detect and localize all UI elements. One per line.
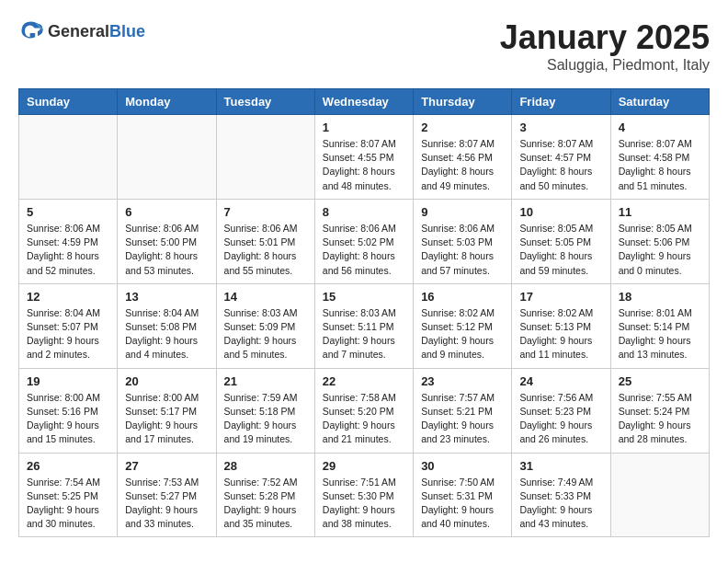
- page-header: GeneralBlue January 2025 Saluggia, Piedm…: [18, 18, 710, 74]
- calendar-cell: 4Sunrise: 8:07 AM Sunset: 4:58 PM Daylig…: [610, 115, 709, 200]
- day-number: 30: [421, 459, 504, 473]
- day-number: 25: [619, 374, 701, 388]
- day-number: 8: [323, 205, 405, 219]
- calendar-cell: 16Sunrise: 8:02 AM Sunset: 5:12 PM Dayli…: [414, 283, 512, 368]
- weekday-header-friday: Friday: [512, 89, 610, 115]
- day-info: Sunrise: 7:56 AM Sunset: 5:23 PM Dayligh…: [519, 391, 602, 447]
- day-number: 16: [421, 290, 504, 304]
- day-number: 11: [619, 205, 701, 219]
- day-info: Sunrise: 8:03 AM Sunset: 5:09 PM Dayligh…: [224, 306, 307, 362]
- day-number: 4: [619, 121, 701, 134]
- day-info: Sunrise: 8:06 AM Sunset: 5:02 PM Dayligh…: [323, 222, 405, 278]
- day-info: Sunrise: 7:57 AM Sunset: 5:21 PM Dayligh…: [421, 391, 504, 447]
- calendar-cell: 12Sunrise: 8:04 AM Sunset: 5:07 PM Dayli…: [19, 283, 118, 368]
- day-info: Sunrise: 8:01 AM Sunset: 5:14 PM Dayligh…: [619, 306, 701, 362]
- calendar-cell: 10Sunrise: 8:05 AM Sunset: 5:05 PM Dayli…: [512, 199, 610, 283]
- day-info: Sunrise: 8:00 AM Sunset: 5:16 PM Dayligh…: [27, 391, 109, 447]
- calendar-cell: 1Sunrise: 8:07 AM Sunset: 4:55 PM Daylig…: [314, 115, 413, 200]
- day-number: 29: [323, 459, 405, 473]
- calendar-cell: 8Sunrise: 8:06 AM Sunset: 5:02 PM Daylig…: [314, 199, 413, 283]
- calendar-cell: 6Sunrise: 8:06 AM Sunset: 5:00 PM Daylig…: [118, 199, 216, 283]
- day-info: Sunrise: 8:05 AM Sunset: 5:05 PM Dayligh…: [519, 222, 602, 278]
- day-info: Sunrise: 8:00 AM Sunset: 5:17 PM Dayligh…: [125, 391, 208, 447]
- calendar-cell: 21Sunrise: 7:59 AM Sunset: 5:18 PM Dayli…: [216, 368, 314, 453]
- calendar-cell: [118, 115, 216, 200]
- calendar-cell: 5Sunrise: 8:06 AM Sunset: 4:59 PM Daylig…: [19, 199, 118, 283]
- calendar-table: SundayMondayTuesdayWednesdayThursdayFrid…: [18, 88, 710, 537]
- logo-general-text: General: [48, 22, 109, 40]
- day-number: 10: [519, 205, 602, 219]
- weekday-header-row: SundayMondayTuesdayWednesdayThursdayFrid…: [19, 89, 710, 115]
- day-info: Sunrise: 7:53 AM Sunset: 5:27 PM Dayligh…: [125, 476, 208, 532]
- calendar-cell: 19Sunrise: 8:00 AM Sunset: 5:16 PM Dayli…: [19, 368, 118, 453]
- calendar-cell: [610, 453, 709, 537]
- day-number: 7: [224, 205, 307, 219]
- calendar-cell: 9Sunrise: 8:06 AM Sunset: 5:03 PM Daylig…: [414, 199, 512, 283]
- day-info: Sunrise: 7:49 AM Sunset: 5:33 PM Dayligh…: [519, 476, 602, 532]
- location-subtitle: Saluggia, Piedmont, Italy: [500, 57, 710, 74]
- day-info: Sunrise: 8:06 AM Sunset: 5:01 PM Dayligh…: [224, 222, 307, 278]
- day-number: 27: [125, 459, 208, 473]
- day-number: 21: [224, 374, 307, 388]
- calendar-week-row: 5Sunrise: 8:06 AM Sunset: 4:59 PM Daylig…: [19, 199, 710, 283]
- day-info: Sunrise: 8:02 AM Sunset: 5:13 PM Dayligh…: [519, 306, 602, 362]
- calendar-week-row: 1Sunrise: 8:07 AM Sunset: 4:55 PM Daylig…: [19, 115, 710, 200]
- day-info: Sunrise: 7:59 AM Sunset: 5:18 PM Dayligh…: [224, 391, 307, 447]
- day-info: Sunrise: 8:07 AM Sunset: 4:57 PM Dayligh…: [519, 137, 602, 193]
- weekday-header-thursday: Thursday: [414, 89, 512, 115]
- calendar-cell: 17Sunrise: 8:02 AM Sunset: 5:13 PM Dayli…: [512, 283, 610, 368]
- calendar-cell: [216, 115, 314, 200]
- calendar-cell: 30Sunrise: 7:50 AM Sunset: 5:31 PM Dayli…: [414, 453, 512, 537]
- calendar-cell: 18Sunrise: 8:01 AM Sunset: 5:14 PM Dayli…: [610, 283, 709, 368]
- day-info: Sunrise: 8:05 AM Sunset: 5:06 PM Dayligh…: [619, 222, 701, 278]
- day-info: Sunrise: 7:51 AM Sunset: 5:30 PM Dayligh…: [323, 476, 405, 532]
- day-number: 3: [519, 121, 602, 134]
- logo-blue-text: Blue: [109, 22, 145, 40]
- day-info: Sunrise: 8:04 AM Sunset: 5:08 PM Dayligh…: [125, 306, 208, 362]
- calendar-cell: 13Sunrise: 8:04 AM Sunset: 5:08 PM Dayli…: [118, 283, 216, 368]
- day-number: 18: [619, 290, 701, 304]
- day-number: 19: [27, 374, 109, 388]
- weekday-header-sunday: Sunday: [19, 89, 118, 115]
- calendar-cell: 2Sunrise: 8:07 AM Sunset: 4:56 PM Daylig…: [414, 115, 512, 200]
- day-number: 2: [421, 121, 504, 134]
- day-info: Sunrise: 8:03 AM Sunset: 5:11 PM Dayligh…: [323, 306, 405, 362]
- day-number: 15: [323, 290, 405, 304]
- calendar-cell: 15Sunrise: 8:03 AM Sunset: 5:11 PM Dayli…: [314, 283, 413, 368]
- calendar-cell: 26Sunrise: 7:54 AM Sunset: 5:25 PM Dayli…: [19, 453, 118, 537]
- day-number: 17: [519, 290, 602, 304]
- month-title: January 2025: [500, 18, 710, 57]
- day-number: 6: [125, 205, 208, 219]
- day-number: 26: [27, 459, 109, 473]
- calendar-cell: [19, 115, 118, 200]
- calendar-cell: 14Sunrise: 8:03 AM Sunset: 5:09 PM Dayli…: [216, 283, 314, 368]
- day-info: Sunrise: 8:06 AM Sunset: 5:03 PM Dayligh…: [421, 222, 504, 278]
- calendar-cell: 3Sunrise: 8:07 AM Sunset: 4:57 PM Daylig…: [512, 115, 610, 200]
- day-number: 24: [519, 374, 602, 388]
- day-number: 28: [224, 459, 307, 473]
- weekday-header-tuesday: Tuesday: [216, 89, 314, 115]
- day-number: 14: [224, 290, 307, 304]
- calendar-week-row: 26Sunrise: 7:54 AM Sunset: 5:25 PM Dayli…: [19, 453, 710, 537]
- calendar-cell: 28Sunrise: 7:52 AM Sunset: 5:28 PM Dayli…: [216, 453, 314, 537]
- day-info: Sunrise: 7:52 AM Sunset: 5:28 PM Dayligh…: [224, 476, 307, 532]
- day-number: 12: [27, 290, 109, 304]
- weekday-header-wednesday: Wednesday: [314, 89, 413, 115]
- day-info: Sunrise: 8:07 AM Sunset: 4:55 PM Dayligh…: [323, 137, 405, 193]
- calendar-cell: 7Sunrise: 8:06 AM Sunset: 5:01 PM Daylig…: [216, 199, 314, 283]
- day-info: Sunrise: 8:02 AM Sunset: 5:12 PM Dayligh…: [421, 306, 504, 362]
- day-info: Sunrise: 8:06 AM Sunset: 4:59 PM Dayligh…: [27, 222, 109, 278]
- logo: GeneralBlue: [18, 18, 145, 44]
- weekday-header-saturday: Saturday: [610, 89, 709, 115]
- day-info: Sunrise: 7:50 AM Sunset: 5:31 PM Dayligh…: [421, 476, 504, 532]
- calendar-week-row: 12Sunrise: 8:04 AM Sunset: 5:07 PM Dayli…: [19, 283, 710, 368]
- calendar-cell: 27Sunrise: 7:53 AM Sunset: 5:27 PM Dayli…: [118, 453, 216, 537]
- logo-icon: [18, 18, 44, 44]
- day-number: 9: [421, 205, 504, 219]
- calendar-cell: 20Sunrise: 8:00 AM Sunset: 5:17 PM Dayli…: [118, 368, 216, 453]
- calendar-cell: 25Sunrise: 7:55 AM Sunset: 5:24 PM Dayli…: [610, 368, 709, 453]
- day-number: 20: [125, 374, 208, 388]
- day-info: Sunrise: 8:04 AM Sunset: 5:07 PM Dayligh…: [27, 306, 109, 362]
- calendar-cell: 11Sunrise: 8:05 AM Sunset: 5:06 PM Dayli…: [610, 199, 709, 283]
- calendar-cell: 23Sunrise: 7:57 AM Sunset: 5:21 PM Dayli…: [414, 368, 512, 453]
